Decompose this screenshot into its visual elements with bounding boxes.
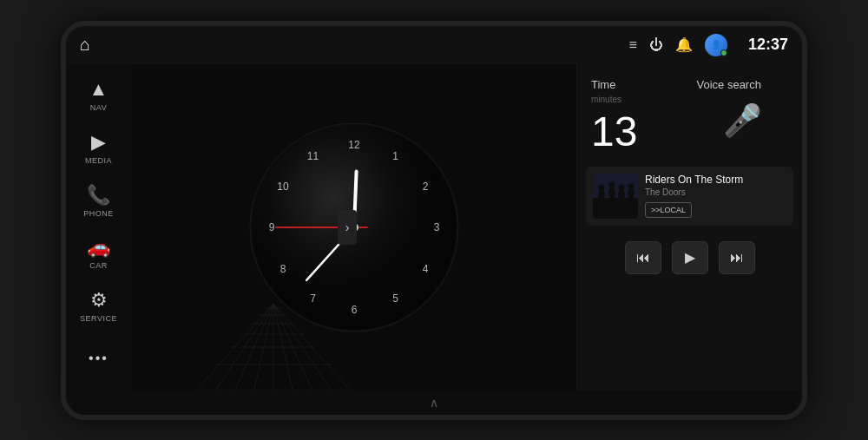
svg-text:6: 6 (351, 304, 357, 316)
music-info: Riders On The Storm The Doors >>LOCAL (645, 174, 786, 218)
album-art-image (593, 174, 638, 219)
music-card: Riders On The Storm The Doors >>LOCAL (586, 167, 793, 226)
album-art (593, 174, 638, 219)
bottom-bar: ∧ (66, 391, 802, 415)
svg-text:11: 11 (306, 150, 319, 162)
sidebar-item-service[interactable]: ⚙ SERVICE (69, 281, 128, 331)
svg-text:7: 7 (310, 292, 316, 305)
mic-icon: 🎤 (723, 102, 762, 139)
screen: ⌂ ≡ ⏻ 🔔 👤 12:37 ▲ NAV (66, 26, 802, 415)
right-panel: Time minutes 13 Voice search 🎤 (576, 64, 802, 391)
svg-text:1: 1 (392, 150, 398, 162)
svg-point-40 (628, 183, 635, 189)
svg-text:3: 3 (433, 221, 439, 233)
svg-point-37 (599, 184, 605, 190)
chevron-up-icon[interactable]: ∧ (430, 396, 438, 410)
sidebar-item-phone[interactable]: 📞 PHONE (69, 176, 128, 226)
voice-widget: Voice search 🎤 (697, 78, 789, 153)
svg-point-34 (608, 187, 615, 199)
time-widget-value: 13 (591, 111, 683, 153)
svg-point-39 (619, 184, 625, 190)
song-artist: The Doors (645, 187, 786, 197)
svg-text:12: 12 (348, 139, 360, 151)
more-icon: ••• (89, 351, 108, 366)
status-time: 12:37 (748, 36, 788, 54)
nav-icon: ▲ (89, 78, 108, 101)
time-widget: Time minutes 13 (591, 78, 683, 153)
svg-text:10: 10 (277, 180, 289, 192)
phone-label: PHONE (83, 209, 114, 218)
sidebar: ▲ NAV ▶ MEDIA 📞 PHONE 🚗 CAR ⚙ SERVIC (66, 64, 131, 391)
play-button[interactable]: ▶ (672, 241, 708, 274)
bracket-right (806, 194, 807, 246)
svg-text:9: 9 (268, 221, 274, 233)
status-bar: ⌂ ≡ ⏻ 🔔 👤 12:37 (66, 26, 802, 64)
playback-controls: ⏮ ▶ ⏭ (577, 233, 802, 283)
time-widget-title: Time (591, 78, 683, 91)
sidebar-item-nav[interactable]: ▲ NAV (69, 71, 128, 121)
menu-icon[interactable]: ≡ (629, 37, 637, 53)
main-content: ▲ NAV ▶ MEDIA 📞 PHONE 🚗 CAR ⚙ SERVIC (66, 64, 802, 391)
nav-label: NAV (90, 103, 107, 112)
online-dot (720, 49, 727, 56)
sidebar-item-more[interactable]: ••• (69, 334, 128, 384)
next-button[interactable]: ⏭ (719, 241, 755, 274)
bracket-left (61, 194, 62, 246)
svg-rect-32 (593, 198, 638, 219)
svg-text:2: 2 (422, 180, 428, 192)
local-button[interactable]: >>LOCAL (645, 202, 692, 218)
time-widget-subtitle: minutes (591, 95, 683, 104)
car-unit: ⌂ ≡ ⏻ 🔔 👤 12:37 ▲ NAV (61, 21, 807, 420)
service-label: SERVICE (80, 314, 117, 323)
car-icon: 🚗 (87, 236, 110, 259)
svg-point-36 (628, 188, 635, 199)
svg-text:8: 8 (279, 262, 286, 274)
home-button[interactable]: ⌂ (80, 35, 90, 55)
avatar[interactable]: 👤 (705, 34, 727, 56)
svg-point-38 (609, 181, 615, 187)
svg-text:4: 4 (422, 262, 428, 274)
svg-text:5: 5 (392, 292, 398, 305)
clock-area: 12 1 2 3 4 5 6 7 8 9 10 11 (131, 64, 576, 391)
prev-button[interactable]: ⏮ (625, 241, 661, 274)
voice-widget-title: Voice search (697, 78, 789, 91)
status-icons: ≡ ⏻ 🔔 👤 (629, 34, 727, 56)
power-icon[interactable]: ⏻ (649, 37, 663, 53)
voice-search-button[interactable]: 🎤 (697, 95, 789, 147)
widgets-area: Time minutes 13 Voice search 🎤 (577, 64, 802, 160)
expand-button[interactable]: › (338, 210, 357, 245)
svg-point-33 (598, 189, 605, 200)
sidebar-item-car[interactable]: 🚗 CAR (69, 229, 128, 279)
media-icon: ▶ (91, 131, 106, 154)
media-label: MEDIA (85, 156, 112, 165)
sidebar-item-media[interactable]: ▶ MEDIA (69, 123, 128, 173)
bell-icon[interactable]: 🔔 (675, 36, 693, 53)
car-label: CAR (89, 261, 108, 270)
svg-point-35 (618, 189, 625, 200)
song-title: Riders On The Storm (645, 174, 786, 186)
service-icon: ⚙ (90, 289, 108, 312)
phone-icon: 📞 (87, 184, 110, 207)
